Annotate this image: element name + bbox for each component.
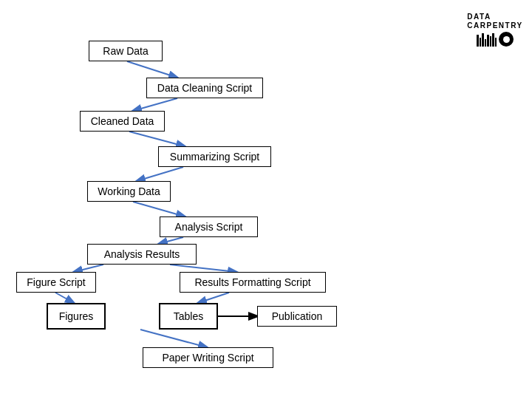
figure-script-box: Figure Script	[16, 272, 96, 293]
svg-line-6	[74, 265, 103, 272]
svg-line-5	[159, 237, 183, 244]
working-data-box: Working Data	[87, 181, 171, 202]
paper-writing-script-box: Paper Writing Script	[143, 347, 273, 368]
svg-line-7	[170, 265, 236, 272]
svg-line-1	[133, 98, 177, 111]
tables-box: Tables	[159, 303, 218, 330]
logo-text: DATA CARPENTRY	[467, 13, 522, 30]
summarizing-script-box: Summarizing Script	[158, 146, 271, 167]
svg-line-9	[198, 293, 229, 303]
results-formatting-script-box: Results Formatting Script	[180, 272, 326, 293]
raw-data-box: Raw Data	[89, 41, 163, 61]
svg-line-2	[129, 132, 185, 146]
svg-line-11	[140, 330, 207, 347]
diagram: DATA CARPENTRY	[0, 0, 532, 399]
analysis-results-box: Analysis Results	[87, 244, 197, 265]
data-carpentry-logo: DATA CARPENTRY	[466, 7, 525, 52]
analysis-script-box: Analysis Script	[160, 216, 258, 237]
svg-line-8	[55, 293, 74, 303]
svg-line-4	[133, 202, 185, 216]
svg-line-0	[127, 61, 177, 78]
cleaned-data-box: Cleaned Data	[80, 111, 165, 132]
data-cleaning-script-box: Data Cleaning Script	[146, 78, 263, 98]
arrows-overlay	[0, 0, 532, 399]
svg-line-3	[137, 167, 183, 181]
publication-box: Publication	[257, 306, 337, 327]
figures-box: Figures	[47, 303, 106, 330]
